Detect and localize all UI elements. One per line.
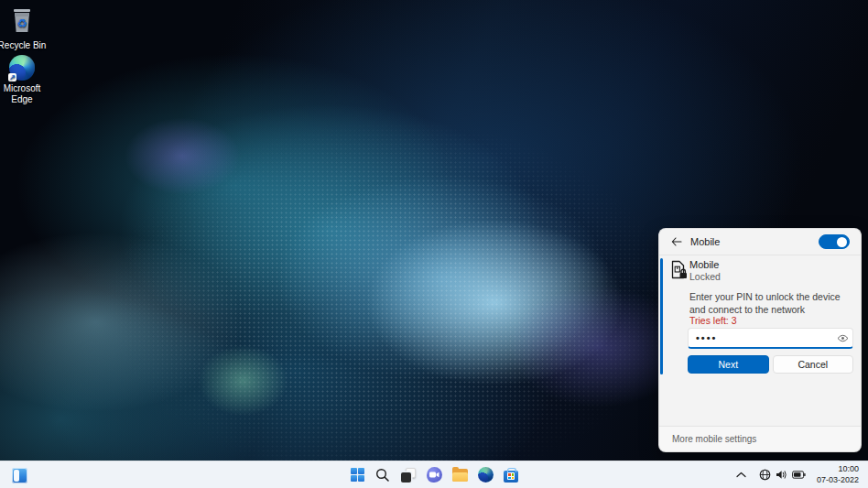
edge-button[interactable]: [474, 463, 497, 486]
file-explorer-icon: [452, 469, 468, 482]
pin-prompt-text: Enter your PIN to unlock the device and …: [689, 291, 854, 317]
speaker-icon: [776, 470, 787, 480]
next-button[interactable]: Next: [688, 355, 769, 374]
connection-status: Locked: [689, 271, 721, 282]
flyout-title: Mobile: [690, 236, 720, 247]
desktop-icon-microsoft-edge[interactable]: ↗ Microsoft Edge: [0, 55, 48, 104]
chevron-up-icon: [736, 472, 746, 478]
chat-icon: [427, 467, 442, 483]
mobile-toggle[interactable]: [819, 234, 850, 249]
reveal-password-button[interactable]: [836, 330, 849, 346]
mobile-network-flyout: Mobile Mobile Locked Enter your PIN to u…: [658, 228, 862, 452]
svg-text:♻: ♻: [16, 16, 27, 30]
desktop-icon-label: Recycle Bin: [0, 40, 48, 51]
back-button[interactable]: [667, 233, 687, 251]
cancel-button[interactable]: Cancel: [773, 355, 854, 374]
connection-name: Mobile: [689, 259, 719, 270]
tries-left-text: Tries left: 3: [689, 315, 737, 326]
search-icon: [375, 468, 390, 483]
selection-accent-bar: [660, 258, 663, 374]
header-divider: [659, 255, 861, 255]
start-icon: [351, 468, 364, 482]
taskbar: 10:00 07-03-2022: [0, 461, 868, 488]
desktop-icon-label: Microsoft Edge: [0, 83, 48, 104]
eye-icon: [837, 334, 849, 342]
back-arrow-icon: [671, 237, 682, 246]
clock-time: 10:00: [817, 464, 859, 474]
recycle-bin-icon: ♻: [0, 5, 48, 38]
pin-input-box: [688, 328, 853, 349]
search-button[interactable]: [372, 463, 395, 486]
chat-button[interactable]: [423, 463, 446, 486]
quick-settings-button[interactable]: [754, 465, 811, 484]
battery-icon: [792, 471, 806, 479]
globe-icon: [759, 469, 771, 481]
pin-buttons-row: Next Cancel: [688, 355, 853, 374]
toggle-knob: [837, 237, 847, 247]
more-mobile-settings[interactable]: More mobile settings: [659, 426, 861, 451]
start-button[interactable]: [346, 463, 369, 486]
edge-icon: [478, 467, 494, 483]
edge-icon: ↗: [9, 55, 35, 81]
task-view-button[interactable]: [397, 463, 420, 486]
pin-input[interactable]: [689, 332, 836, 343]
tray-overflow-button[interactable]: [733, 465, 750, 485]
shortcut-arrow-icon: ↗: [8, 73, 16, 81]
flyout-header: Mobile: [659, 229, 861, 255]
clock-date: 07-03-2022: [817, 475, 859, 485]
file-explorer-button[interactable]: [449, 463, 472, 486]
system-tray: 10:00 07-03-2022: [733, 461, 868, 488]
task-view-icon: [401, 468, 416, 483]
more-mobile-settings-label: More mobile settings: [672, 434, 756, 444]
sim-lock-icon: [669, 259, 688, 284]
desktop-icon-recycle-bin[interactable]: ♻ Recycle Bin: [0, 5, 48, 50]
store-icon: [504, 471, 518, 483]
clock[interactable]: 10:00 07-03-2022: [817, 464, 859, 485]
store-button[interactable]: [500, 463, 523, 486]
